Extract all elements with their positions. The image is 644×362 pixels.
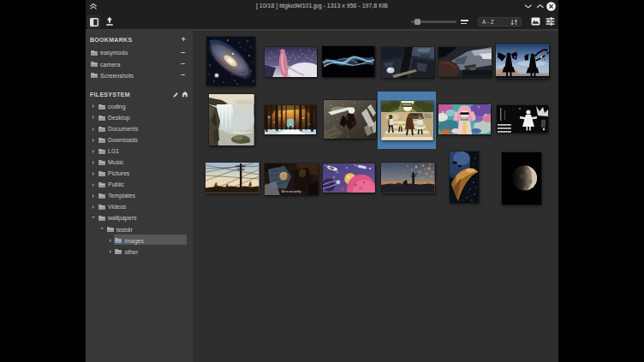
svg-text:We're not worthy: We're not worthy (281, 189, 301, 193)
